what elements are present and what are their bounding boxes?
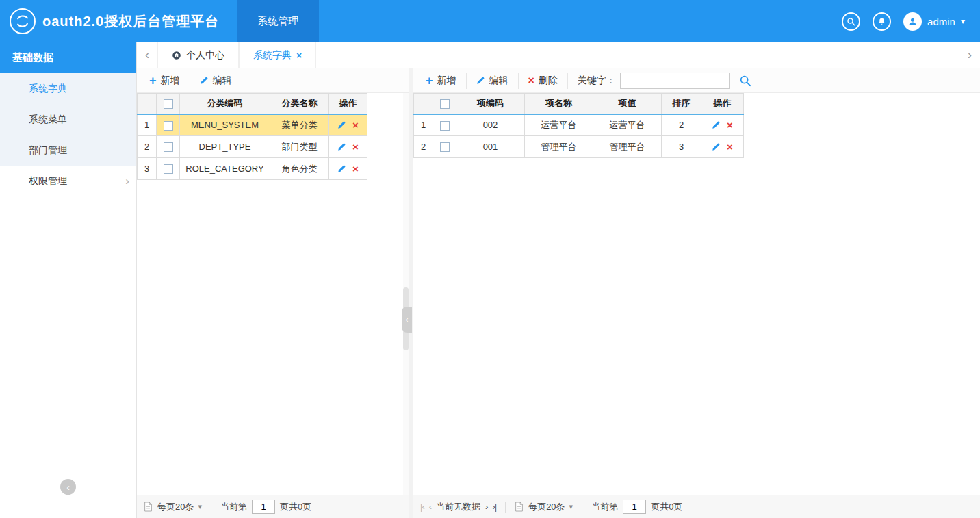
col-item-sort[interactable]: 排序 <box>662 94 701 114</box>
pencil-icon[interactable] <box>712 120 721 129</box>
page-size-select[interactable]: 每页20条 ▾ <box>157 501 202 513</box>
col-category-code[interactable]: 分类编码 <box>180 94 270 114</box>
sidebar-item-system-menu[interactable]: 系统菜单 <box>0 104 136 135</box>
row-checkbox[interactable] <box>440 121 450 131</box>
row-checkbox[interactable] <box>164 164 173 174</box>
page-number-input[interactable] <box>623 500 646 514</box>
sidebar: 基础数据 系统字典 系统菜单 部门管理 权限管理 › ‹ <box>0 42 137 518</box>
sidebar-group-permission[interactable]: 权限管理 › <box>0 166 136 196</box>
pencil-icon[interactable] <box>712 142 721 151</box>
pencil-icon[interactable] <box>337 120 346 129</box>
table-row[interactable]: 2 001 管理平台 管理平台 3 × <box>414 136 744 158</box>
pencil-icon <box>476 76 485 85</box>
bell-icon[interactable] <box>873 12 891 31</box>
chevron-down-icon: ▾ <box>961 16 965 26</box>
add-item-label: 新增 <box>437 75 456 87</box>
table-row[interactable]: 1 MENU_SYSTEM 菜单分类 × <box>138 114 368 136</box>
page-size-icon <box>144 502 153 512</box>
col-item-ops[interactable]: 操作 <box>701 94 744 114</box>
left-pager: 每页20条 ▾ 当前第 页共0页 <box>137 495 409 518</box>
edit-item-label: 编辑 <box>489 75 508 87</box>
tab-system-dict[interactable]: 系统字典 × <box>239 42 316 68</box>
tab-personal-center[interactable]: 个人中心 <box>157 42 239 68</box>
table-row[interactable]: 1 002 运营平台 运营平台 2 × <box>414 114 744 136</box>
first-page-icon[interactable]: |‹ <box>420 502 424 512</box>
add-item-button[interactable]: + 新增 <box>416 73 467 89</box>
delete-row-icon[interactable]: × <box>352 142 359 152</box>
page-size-label: 每页20条 <box>157 501 194 513</box>
last-page-icon[interactable]: ›| <box>492 502 496 512</box>
row-checkbox[interactable] <box>164 121 173 131</box>
edit-category-button[interactable]: 编辑 <box>190 73 242 89</box>
logo-icon <box>10 8 36 34</box>
close-icon[interactable]: × <box>296 50 302 61</box>
chevron-down-icon: ▾ <box>198 502 202 511</box>
select-all-checkbox[interactable] <box>164 99 173 109</box>
pencil-icon <box>200 76 209 85</box>
tabs-scroll-right-icon[interactable]: › <box>959 48 980 62</box>
top-header: oauth2.0授权后台管理平台 系统管理 admin ▾ <box>0 0 980 42</box>
row-index: 1 <box>138 114 157 136</box>
panel-splitter[interactable]: ‹ <box>409 68 413 518</box>
row-index: 2 <box>138 136 157 158</box>
tab-bar: ‹ 个人中心 系统字典 × › <box>137 42 980 68</box>
row-index: 2 <box>414 136 433 158</box>
delete-row-icon[interactable]: × <box>352 120 359 130</box>
col-item-value[interactable]: 项值 <box>593 94 662 114</box>
item-table-header-row: 项编码 项名称 项值 排序 操作 <box>414 94 744 114</box>
item-grid-area: 项编码 项名称 项值 排序 操作 1 <box>413 93 980 495</box>
row-checkbox[interactable] <box>164 142 173 152</box>
item-value-cell: 运营平台 <box>593 114 662 136</box>
add-category-button[interactable]: + 新增 <box>140 73 190 89</box>
edit-category-label: 编辑 <box>213 75 232 87</box>
row-checkbox[interactable] <box>440 142 450 152</box>
delete-row-icon[interactable]: × <box>727 142 733 152</box>
plus-icon: + <box>149 75 157 87</box>
delete-icon: × <box>528 75 534 86</box>
category-code-cell: ROLE_CATEGORY <box>180 158 270 180</box>
col-category-name[interactable]: 分类名称 <box>270 94 329 114</box>
app-title: oauth2.0授权后台管理平台 <box>42 12 219 31</box>
sidebar-item-system-dict[interactable]: 系统字典 <box>0 73 136 104</box>
splitter-handle-icon[interactable]: ‹ <box>402 307 412 333</box>
keyword-input[interactable] <box>620 73 730 89</box>
tabs-scroll-left-icon[interactable]: ‹ <box>137 48 157 62</box>
page-number-input[interactable] <box>252 500 275 514</box>
dict-item-panel: + 新增 编辑 × 删除 <box>413 68 980 518</box>
search-icon[interactable] <box>739 75 751 87</box>
pencil-icon[interactable] <box>337 142 346 151</box>
delete-item-button[interactable]: × 删除 <box>519 73 568 89</box>
col-item-name[interactable]: 项名称 <box>525 94 593 114</box>
page-size-label: 每页20条 <box>528 501 565 513</box>
prev-page-icon[interactable]: ‹ <box>429 502 431 512</box>
table-row[interactable]: 3 ROLE_CATEGORY 角色分类 × <box>138 158 368 180</box>
avatar <box>903 12 922 31</box>
category-code-cell: DEPT_TYPE <box>180 136 270 158</box>
sidebar-group-basic-data[interactable]: 基础数据 <box>0 42 136 73</box>
pencil-icon[interactable] <box>337 164 346 173</box>
item-code-cell: 002 <box>456 114 525 136</box>
sidebar-submenu: 系统字典 系统菜单 部门管理 <box>0 73 136 166</box>
delete-row-icon[interactable]: × <box>352 164 359 174</box>
sidebar-item-dept-management[interactable]: 部门管理 <box>0 135 136 166</box>
user-menu[interactable]: admin ▾ <box>903 12 965 31</box>
item-code-cell: 001 <box>456 136 525 158</box>
next-page-icon[interactable]: › <box>485 502 487 512</box>
nav-tab-system-management[interactable]: 系统管理 <box>237 0 319 42</box>
search-icon[interactable] <box>842 12 860 31</box>
item-name-cell: 管理平台 <box>525 136 593 158</box>
select-all-checkbox[interactable] <box>440 99 450 109</box>
category-name-cell: 部门类型 <box>270 136 329 158</box>
page-size-select[interactable]: 每页20条 ▾ <box>528 501 573 513</box>
total-pages-label: 页共0页 <box>651 501 682 513</box>
table-row[interactable]: 2 DEPT_TYPE 部门类型 × <box>138 136 368 158</box>
row-index: 1 <box>414 114 433 136</box>
col-item-code[interactable]: 项编码 <box>456 94 525 114</box>
app-window: oauth2.0授权后台管理平台 系统管理 admin ▾ 基础数据 系统字典 … <box>0 0 980 518</box>
tab-personal-center-label: 个人中心 <box>186 49 224 62</box>
col-category-ops[interactable]: 操作 <box>329 94 368 114</box>
delete-row-icon[interactable]: × <box>727 120 733 130</box>
edit-item-button[interactable]: 编辑 <box>467 73 519 89</box>
sidebar-collapse-button[interactable]: ‹ <box>60 479 76 495</box>
dict-category-panel: + 新增 编辑 <box>137 68 409 518</box>
